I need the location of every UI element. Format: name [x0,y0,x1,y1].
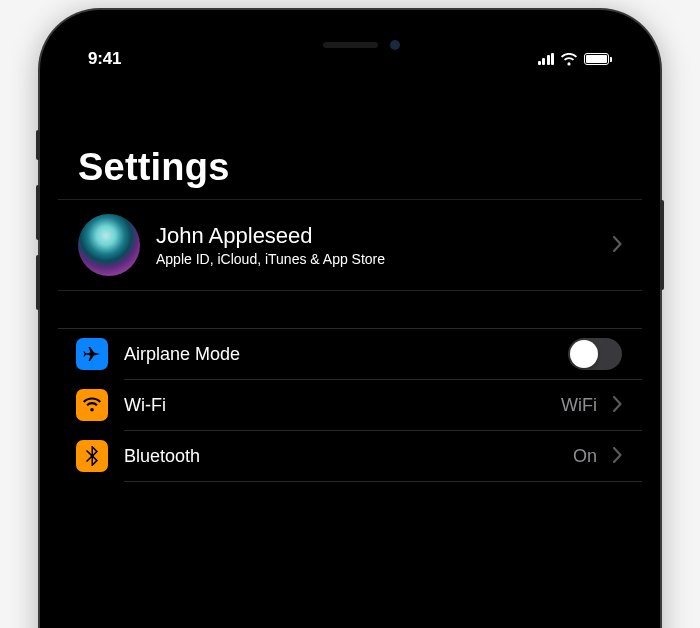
avatar [78,214,140,276]
section-gap [58,291,642,329]
phone-frame: 9:41 Settings John Appleseed [40,10,660,628]
status-time: 9:41 [88,49,121,69]
apple-id-row[interactable]: John Appleseed Apple ID, iCloud, iTunes … [58,199,642,291]
account-subtitle: Apple ID, iCloud, iTunes & App Store [156,251,597,267]
volume-down-button [36,255,40,310]
chevron-right-icon [613,443,622,469]
airplane-icon [76,338,108,370]
airplane-mode-toggle[interactable] [568,338,622,370]
cellular-signal-icon [538,53,555,65]
airplane-mode-label: Airplane Mode [124,344,552,365]
wifi-icon [76,389,108,421]
chevron-right-icon [613,232,622,258]
account-name: John Appleseed [156,223,597,249]
toggle-knob [570,340,598,368]
bluetooth-row[interactable]: Bluetooth On [58,431,642,481]
page-title: Settings [58,146,642,199]
wifi-row[interactable]: Wi-Fi WiFi [58,380,642,430]
airplane-mode-row[interactable]: Airplane Mode [58,329,642,379]
speaker-grille [323,42,378,48]
wifi-value: WiFi [561,395,597,416]
bluetooth-icon [76,440,108,472]
screen: 9:41 Settings John Appleseed [58,28,642,628]
notch [235,28,465,62]
settings-content: Settings John Appleseed Apple ID, iCloud… [58,76,642,482]
chevron-right-icon [613,392,622,418]
volume-up-button [36,185,40,240]
bluetooth-value: On [573,446,597,467]
bluetooth-label: Bluetooth [124,446,557,467]
wifi-status-icon [560,53,578,66]
divider [124,481,642,482]
account-text: John Appleseed Apple ID, iCloud, iTunes … [156,223,597,267]
status-icons [538,53,613,66]
mute-switch [36,130,40,160]
side-button [660,200,664,290]
front-camera [390,40,400,50]
battery-icon [584,53,612,65]
wifi-label: Wi-Fi [124,395,545,416]
